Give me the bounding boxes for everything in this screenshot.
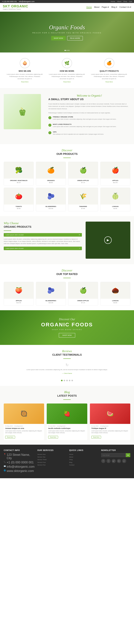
hero-dots — [64, 50, 70, 51]
blog-read-more-3[interactable]: Read More — [91, 436, 101, 438]
nav-contact[interactable]: Contact Us ▾ — [119, 6, 131, 8]
promo-script: Discover Our — [4, 318, 130, 321]
hero-buttons: SHOP NOW READ MORE — [32, 36, 101, 40]
hero-dot-3[interactable] — [68, 50, 70, 51]
footer-contact-address: 📍 123 Street Name, City — [4, 453, 35, 460]
google-plus-icon[interactable]: g+ — [112, 459, 116, 463]
product-card-5[interactable]: 🍅 TOMATO $3.80 — [4, 188, 34, 212]
top-product-name-3: GREEN APPLES — [68, 300, 98, 302]
newsletter-submit-button[interactable]: ➤ — [126, 453, 130, 457]
play-button[interactable]: ▶ — [104, 236, 112, 244]
testimonial-dot-1[interactable] — [61, 380, 62, 381]
top-product-1[interactable]: 🍑 APPLES $10.40 — [4, 282, 34, 306]
why-tab-2[interactable]: Lorem ipsum dolor sit amet + — [4, 246, 82, 250]
about-image-container: 🫑 — [4, 94, 45, 129]
top-product-name-2: BLUEBERRIES — [36, 300, 66, 302]
product-price-6: $10.80 — [36, 208, 66, 209]
blog-title-1: Aenean tempus ac urna — [5, 428, 43, 429]
footer-link-shop[interactable]: Shop — [69, 459, 73, 460]
blog-date-3: 01 Jun 2022 Uncategorized — [91, 426, 129, 427]
hero-dot-1[interactable] — [64, 50, 66, 51]
blog-meta-3: 01 Jun 2022 Uncategorized Tristique magn… — [90, 424, 130, 440]
testimonial-dot-4[interactable] — [69, 380, 70, 381]
product-card-8[interactable]: 🍈 LONGAN $3.80 — [100, 188, 130, 212]
nav-blog[interactable]: Blog ▾ — [111, 6, 117, 8]
about-feature-1: ✓ FRIENDLY ORGANIC STORE Lorem ipsum dol… — [48, 116, 130, 122]
hero-title: Organic Foods — [32, 24, 101, 31]
feature-3: 🍊 QUALITY PRODUCTS Lorem ipsum dolor sit… — [90, 58, 128, 83]
product-card-6[interactable]: 🫐 BLUEBERRIES $10.80 — [36, 188, 66, 212]
nav-pages[interactable]: Pages ▾ — [102, 6, 109, 8]
top-rated-section: Discover OUR TOP RATED 🍑 APPLES $10.40 🫐… — [0, 264, 134, 310]
footer-service-1[interactable]: Service One — [37, 454, 46, 455]
footer-services-col: OUR SERVICES Service One Service Two Ser… — [37, 449, 66, 474]
hero-subtitle: REACH FOR A HEALTHIER YOU WITH ORGANIC F… — [32, 32, 101, 34]
product-price-8: $3.80 — [100, 208, 130, 209]
main-nav: SKT ORGANIC Organic WordPress Theme Home… — [0, 3, 134, 12]
logo-name: SKT ORGANIC — [3, 4, 28, 8]
product-name-5: TOMATO — [4, 206, 34, 207]
about-script-title: Welcome to Organic! — [48, 94, 130, 97]
top-product-img-1: 🍑 — [4, 282, 34, 299]
footer-link-contact[interactable]: Contact — [69, 464, 75, 466]
footer-service-5[interactable]: Service Five — [37, 464, 46, 466]
promo-button[interactable]: SHOP NOW — [59, 333, 75, 338]
top-product-4[interactable]: 🌰 LONGAN $3.80 — [100, 282, 130, 306]
blog-read-more-2[interactable]: Read More — [48, 436, 58, 438]
feature-2-link[interactable]: Read More — [48, 81, 86, 83]
footer-link-home[interactable]: Home — [69, 454, 73, 455]
footer-service-4[interactable]: Service Four — [37, 462, 46, 463]
nav-about[interactable]: About — [94, 6, 99, 8]
testimonial-dot-5[interactable] — [72, 380, 73, 381]
blog-title-2: Iaculis molestie scelerisque — [48, 428, 86, 429]
product-img-7: 🌾 — [68, 188, 98, 204]
product-card-4[interactable]: 🍎 APPLES $10.40 — [100, 162, 130, 186]
pinterest-icon[interactable]: p — [122, 459, 126, 463]
blog-read-more-1[interactable]: Read More — [5, 436, 15, 438]
testimonial-dot-3[interactable] — [66, 380, 68, 381]
topbar-about[interactable]: About — [117, 0, 121, 2]
topbar-cart[interactable]: Cart — [129, 0, 132, 2]
why-tab-1[interactable]: Lorem ipsum dolor sit amet ✕ — [4, 233, 82, 236]
top-rated-header: Discover OUR TOP RATED — [4, 269, 130, 278]
footer-service-3[interactable]: Service Three — [37, 459, 47, 460]
newsletter-input[interactable] — [101, 453, 126, 457]
testimonial-dot-2[interactable] — [64, 380, 65, 381]
product-card-1[interactable]: 🥦 ORGANIC VEGETABLES $5.25 — [4, 162, 34, 186]
twitter-icon[interactable]: t — [106, 459, 111, 463]
top-product-2[interactable]: 🫐 BLUEBERRIES $10.80 — [36, 282, 66, 306]
footer-link-blog[interactable]: Blog — [69, 462, 72, 463]
nav-links: Home About Pages ▾ Blog ▾ Contact Us ▾ — [86, 6, 131, 8]
linkedin-icon[interactable]: in — [117, 459, 121, 463]
nav-home[interactable]: Home — [86, 6, 92, 8]
footer-address-text: 123 Street Name, City — [7, 453, 35, 460]
promo-subtitle: SHOP FOR MORE OFFERS — [4, 329, 130, 330]
hero-shop-button[interactable]: SHOP NOW — [51, 36, 66, 40]
feature-3-link[interactable]: Read More — [90, 81, 128, 83]
top-product-3[interactable]: 🍏 GREEN APPLES $7.15 — [68, 282, 98, 306]
hero-dot-2[interactable] — [66, 50, 68, 51]
hero-read-button[interactable]: READ MORE — [67, 36, 83, 40]
footer-link-about[interactable]: About — [69, 456, 73, 458]
footer-newsletter-title: NEWSLETTER — [101, 449, 130, 451]
product-img-5: 🍅 — [4, 188, 34, 204]
topbar-home[interactable]: Home — [111, 0, 115, 2]
feature-2-title: HOW WE WORK — [48, 70, 86, 72]
facebook-icon[interactable]: f — [101, 459, 105, 463]
topbar-contact: +1 (0) 000 0000 001 info@sktorganic.com — [2, 0, 35, 2]
footer-contact-email: ✉️ info@sktorganic.com — [4, 465, 35, 468]
blog-category-2: Uncategorized — [57, 426, 65, 427]
product-card-3[interactable]: 🍏 GREEN APPLES $7.15 — [68, 162, 98, 186]
product-name-3: GREEN APPLES — [68, 180, 98, 181]
blog-header: Blog LATEST POSTS — [4, 390, 130, 400]
address-icon: 📍 — [4, 454, 6, 455]
top-product-price-2: $10.80 — [36, 302, 66, 304]
footer-service-2[interactable]: Service Two — [37, 456, 45, 458]
why-tab-2-text: Lorem ipsum dolor sit amet — [6, 248, 23, 249]
about-feature-1-title: FRIENDLY ORGANIC STORE — [53, 116, 116, 118]
feature-1-link[interactable]: Read More — [6, 81, 44, 83]
topbar-shop[interactable]: Shop — [123, 0, 127, 2]
promo-banner: Discover Our ORGANIC FOODS SHOP FOR MORE… — [0, 310, 134, 345]
product-card-2[interactable]: 🍊 ORANGES $8.60 — [36, 162, 66, 186]
product-card-7[interactable]: 🌾 TAMARIND $7.80 — [68, 188, 98, 212]
